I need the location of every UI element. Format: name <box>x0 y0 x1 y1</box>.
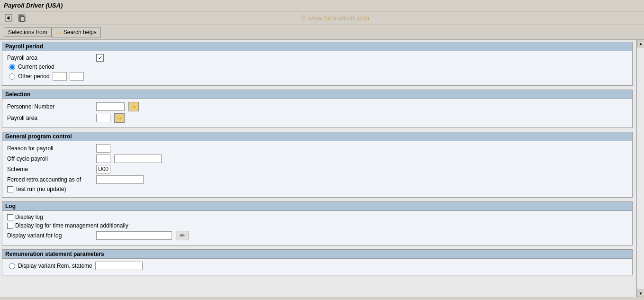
forced-retro-label: Forced retro.accounting as of <box>7 176 92 183</box>
personnel-number-input[interactable] <box>96 102 125 111</box>
toolbar: © www.tutorialkart.com <box>0 11 644 25</box>
remuneration-header: Remuneration statement parameters <box>2 250 632 259</box>
payroll-period-body: Payroll area ✓ Current period Other peri… <box>2 51 632 85</box>
selection-payroll-area-lookup-btn[interactable]: ⇒ <box>114 113 125 123</box>
display-log-time-label: Display log for time management addition… <box>15 222 128 229</box>
off-cycle-payroll-input1[interactable] <box>96 155 110 163</box>
log-header: Log <box>2 202 632 211</box>
scrollbar-track[interactable] <box>637 47 644 290</box>
display-variant-row: Display variant for log ✏ <box>7 231 627 240</box>
current-period-label: Current period <box>18 64 54 70</box>
test-run-label: Test run (no update) <box>15 186 66 192</box>
payroll-area-checkbox[interactable]: ✓ <box>96 54 104 62</box>
button-bar: Selections from ⇒ Search helps <box>0 25 644 40</box>
navigate-icon[interactable] <box>4 13 13 23</box>
scrollbar-vertical[interactable]: ▲ ▼ <box>636 40 644 297</box>
search-helps-label: Search helps <box>63 29 97 36</box>
reason-for-payroll-row: Reason for payroll <box>7 144 627 153</box>
other-period-label: Other period <box>18 73 50 80</box>
payroll-period-section: Payroll period Payroll area ✓ Current pe… <box>2 42 633 86</box>
selection-payroll-area-input[interactable] <box>96 114 110 122</box>
personnel-number-lookup-btn[interactable]: ⇒ <box>128 102 139 111</box>
off-cycle-payroll-row: Off-cycle payroll <box>7 155 627 163</box>
other-period-input2[interactable] <box>70 72 84 81</box>
display-variant-edit-btn[interactable]: ✏ <box>176 231 189 240</box>
general-program-control-section: General program control Reason for payro… <box>2 132 633 198</box>
other-period-radio[interactable] <box>9 73 15 80</box>
selections-from-label: Selections from <box>8 29 47 36</box>
display-variant-label: Display variant for log <box>7 232 92 239</box>
forced-retro-row: Forced retro.accounting as of <box>7 175 627 184</box>
general-program-control-header: General program control <box>2 132 632 141</box>
test-run-checkbox[interactable] <box>7 186 13 192</box>
display-log-label: Display log <box>15 214 43 220</box>
remuneration-body: Display variant Rem. stateme <box>2 259 632 275</box>
off-cycle-payroll-label: Off-cycle payroll <box>7 155 92 162</box>
display-log-checkbox[interactable] <box>7 214 13 220</box>
forced-retro-input[interactable] <box>96 175 144 184</box>
copy-icon[interactable] <box>17 13 27 23</box>
off-cycle-payroll-input2[interactable] <box>114 155 162 163</box>
selection-payroll-area-row: Payroll area ⇒ <box>7 113 627 123</box>
reason-for-payroll-label: Reason for payroll <box>7 145 92 152</box>
search-helps-button[interactable]: ⇒ Search helps <box>52 27 101 37</box>
other-period-row: Other period <box>9 72 627 81</box>
selection-body: Personnel Number ⇒ Payroll area ⇒ <box>2 99 632 127</box>
reason-for-payroll-input[interactable] <box>96 144 110 153</box>
schema-input[interactable] <box>96 165 110 173</box>
remuneration-section: Remuneration statement parameters Displa… <box>2 249 633 275</box>
main-content: Payroll period Payroll area ✓ Current pe… <box>0 40 644 297</box>
general-program-control-body: Reason for payroll Off-cycle payroll Sch… <box>2 141 632 197</box>
current-period-row: Current period <box>9 64 627 70</box>
scroll-down-arrow[interactable]: ▼ <box>637 290 644 297</box>
payroll-area-row: Payroll area ✓ <box>7 54 627 62</box>
selection-section: Selection Personnel Number ⇒ Payroll are… <box>2 90 633 128</box>
search-helps-arrow-icon: ⇒ <box>56 28 62 36</box>
selection-header: Selection <box>2 90 632 99</box>
display-log-row: Display log <box>7 214 627 220</box>
payroll-area-label: Payroll area <box>7 55 92 61</box>
app-title: Payroll Driver (USA) <box>4 2 63 9</box>
current-period-radio[interactable] <box>9 64 15 70</box>
display-log-time-checkbox[interactable] <box>7 223 13 229</box>
log-body: Display log Display log for time managem… <box>2 211 632 245</box>
schema-label: Schema <box>7 166 92 173</box>
title-bar: Payroll Driver (USA) <box>0 0 644 11</box>
selections-from-button[interactable]: Selections from <box>4 27 52 37</box>
selection-payroll-area-label: Payroll area <box>7 115 92 121</box>
display-variant-rem-row: Display variant Rem. stateme <box>9 262 627 270</box>
payroll-period-header: Payroll period <box>2 42 632 51</box>
display-variant-rem-radio[interactable] <box>9 263 15 269</box>
personnel-number-row: Personnel Number ⇒ <box>7 102 627 111</box>
display-variant-rem-label: Display variant Rem. stateme <box>18 263 92 269</box>
personnel-number-label: Personnel Number <box>7 103 92 110</box>
watermark: © www.tutorialkart.com <box>30 14 640 22</box>
log-section: Log Display log Display log for time man… <box>2 201 633 245</box>
test-run-row: Test run (no update) <box>7 186 627 192</box>
display-variant-input[interactable] <box>96 231 172 240</box>
schema-row: Schema <box>7 165 627 173</box>
display-variant-rem-input[interactable] <box>95 262 143 270</box>
other-period-input1[interactable] <box>53 72 67 81</box>
svg-rect-4 <box>20 17 24 21</box>
scroll-up-arrow[interactable]: ▲ <box>637 40 644 47</box>
display-log-time-row: Display log for time management addition… <box>7 222 627 229</box>
